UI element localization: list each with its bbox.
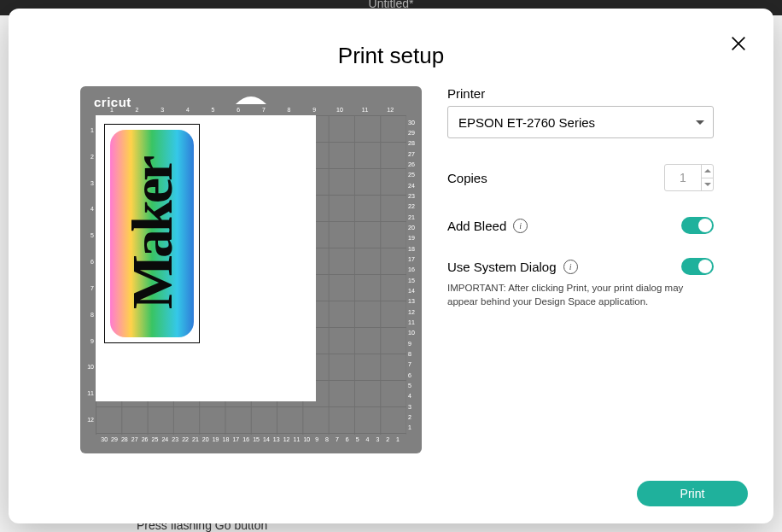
system-dialog-label: Use System Dialog	[447, 260, 557, 274]
modal-title: Print setup	[9, 43, 773, 69]
paper-area: Maker	[96, 115, 316, 401]
ruler-right: 1234567891011121314151617181920212223242…	[406, 117, 418, 433]
copies-stepper[interactable]	[664, 164, 714, 191]
ruler-bottom: 1234567891011121314151617181920212223242…	[99, 436, 403, 445]
ruler-top: 123456789101112	[99, 107, 403, 115]
copies-decrement[interactable]	[702, 178, 713, 191]
artwork-preview: Maker	[104, 124, 200, 343]
copies-label: Copies	[447, 171, 487, 185]
close-button[interactable]	[729, 34, 748, 53]
mat-handle-icon	[236, 92, 266, 101]
copies-input[interactable]	[665, 165, 701, 190]
ruler-left: 123456789101112	[84, 117, 96, 433]
mat-preview: cricut 123456789101112 123456789101112 1…	[80, 86, 422, 453]
settings-panel: Printer EPSON ET-2760 Series Copies	[447, 86, 714, 453]
caret-down-icon	[696, 120, 704, 125]
system-dialog-note: IMPORTANT: After clicking Print, your pr…	[447, 282, 703, 308]
info-icon[interactable]: i	[563, 260, 578, 274]
info-icon[interactable]: i	[513, 219, 528, 233]
printer-label: Printer	[447, 86, 714, 101]
close-icon	[729, 34, 748, 53]
print-button[interactable]: Print	[637, 481, 748, 506]
add-bleed-toggle[interactable]	[681, 217, 714, 234]
print-setup-modal: Print setup cricut 123456789101112 12345…	[9, 9, 773, 523]
printer-select[interactable]: EPSON ET-2760 Series	[447, 106, 714, 138]
mat-grid: Maker	[96, 115, 406, 435]
copies-increment[interactable]	[702, 165, 713, 178]
system-dialog-toggle[interactable]	[681, 258, 714, 275]
svg-text:Maker: Maker	[120, 156, 184, 309]
add-bleed-label: Add Bleed	[447, 219, 506, 233]
printer-selected-value: EPSON ET-2760 Series	[458, 115, 595, 130]
